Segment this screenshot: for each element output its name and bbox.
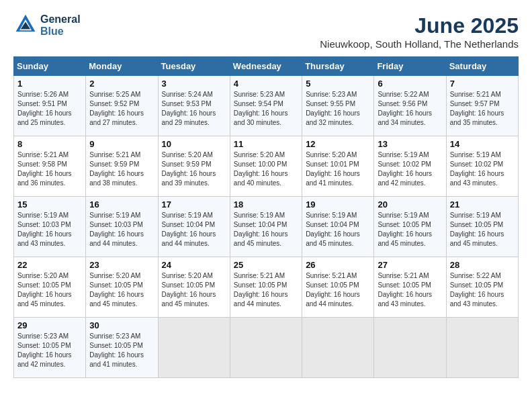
calendar-cell: 3 Sunrise: 5:24 AM Sunset: 9:53 PM Dayli… [158,76,230,136]
sunset: Sunset: 9:56 PM [378,99,442,109]
daylight: Daylight: 16 hours and 44 minutes. [234,290,298,309]
sunrise: Sunrise: 5:19 AM [234,211,298,220]
cell-content: Sunrise: 5:21 AM Sunset: 9:59 PM Dayligh… [89,150,154,188]
calendar-cell: 20 Sunrise: 5:19 AM Sunset: 10:05 PM Day… [374,197,446,257]
weekday-header-monday: Monday [86,57,158,76]
day-number: 14 [450,139,515,149]
day-number: 18 [234,199,298,210]
calendar-cell: 28 Sunrise: 5:22 AM Sunset: 10:05 PM Day… [446,257,518,318]
daylight: Daylight: 16 hours and 45 minutes. [234,230,298,248]
sunset: Sunset: 10:01 PM [306,160,370,169]
cell-content: Sunrise: 5:20 AM Sunset: 9:59 PM Dayligh… [162,150,226,188]
day-number: 21 [450,199,515,210]
sunset: Sunset: 10:05 PM [17,281,82,290]
daylight: Daylight: 16 hours and 27 minutes. [89,109,154,128]
daylight: Daylight: 16 hours and 43 minutes. [450,169,515,188]
daylight: Daylight: 16 hours and 43 minutes. [378,290,442,309]
day-number: 13 [378,139,442,149]
sunrise: Sunrise: 5:21 AM [378,271,442,281]
daylight: Daylight: 16 hours and 35 minutes. [450,109,515,128]
sunrise: Sunrise: 5:21 AM [306,271,370,281]
day-number: 7 [450,79,515,89]
daylight: Daylight: 16 hours and 41 minutes. [306,169,370,188]
daylight: Daylight: 16 hours and 45 minutes. [450,230,515,248]
page-header: General Blue June 2025 Nieuwkoop, South … [13,13,519,50]
cell-content: Sunrise: 5:21 AM Sunset: 9:57 PM Dayligh… [450,90,515,128]
cell-content: Sunrise: 5:21 AM Sunset: 10:05 PM Daylig… [234,271,298,309]
calendar-cell: 18 Sunrise: 5:19 AM Sunset: 10:04 PM Day… [230,197,302,257]
weekday-header-row: SundayMondayTuesdayWednesdayThursdayFrid… [14,57,519,76]
cell-content: Sunrise: 5:19 AM Sunset: 10:03 PM Daylig… [17,211,82,248]
weekday-header-tuesday: Tuesday [158,57,230,76]
day-number: 26 [306,260,370,270]
calendar-cell: 1 Sunrise: 5:26 AM Sunset: 9:51 PM Dayli… [14,76,86,136]
sunrise: Sunrise: 5:21 AM [450,90,515,99]
daylight: Daylight: 16 hours and 43 minutes. [17,230,82,248]
sunset: Sunset: 10:02 PM [450,160,515,169]
sunrise: Sunrise: 5:23 AM [89,332,154,341]
calendar-week-row: 1 Sunrise: 5:26 AM Sunset: 9:51 PM Dayli… [14,76,519,136]
sunset: Sunset: 10:05 PM [378,220,442,230]
sunset: Sunset: 10:05 PM [234,281,298,290]
cell-content: Sunrise: 5:20 AM Sunset: 10:05 PM Daylig… [17,271,82,309]
day-number: 1 [17,79,82,89]
calendar-cell [374,318,446,378]
cell-content: Sunrise: 5:25 AM Sunset: 9:52 PM Dayligh… [89,90,154,128]
calendar-week-row: 8 Sunrise: 5:21 AM Sunset: 9:58 PM Dayli… [14,136,519,197]
daylight: Daylight: 16 hours and 45 minutes. [306,230,370,248]
sunset: Sunset: 10:00 PM [234,160,298,169]
daylight: Daylight: 16 hours and 43 minutes. [450,290,515,309]
sunrise: Sunrise: 5:20 AM [162,271,226,281]
cell-content: Sunrise: 5:19 AM Sunset: 10:03 PM Daylig… [89,211,154,248]
daylight: Daylight: 16 hours and 41 minutes. [89,351,154,369]
cell-content: Sunrise: 5:19 AM Sunset: 10:02 PM Daylig… [450,150,515,188]
day-number: 19 [306,199,370,210]
sunrise: Sunrise: 5:20 AM [162,150,226,160]
calendar-cell: 24 Sunrise: 5:20 AM Sunset: 10:05 PM Day… [158,257,230,318]
calendar-cell [158,318,230,378]
cell-content: Sunrise: 5:20 AM Sunset: 10:05 PM Daylig… [89,271,154,309]
daylight: Daylight: 16 hours and 39 minutes. [162,169,226,188]
cell-content: Sunrise: 5:19 AM Sunset: 10:04 PM Daylig… [306,211,370,248]
sunrise: Sunrise: 5:20 AM [306,150,370,160]
sunrise: Sunrise: 5:22 AM [378,90,442,99]
cell-content: Sunrise: 5:20 AM Sunset: 10:00 PM Daylig… [234,150,298,188]
calendar-cell: 22 Sunrise: 5:20 AM Sunset: 10:05 PM Day… [14,257,86,318]
cell-content: Sunrise: 5:19 AM Sunset: 10:05 PM Daylig… [378,211,442,248]
sunset: Sunset: 10:05 PM [17,341,82,351]
day-number: 11 [234,139,298,149]
cell-content: Sunrise: 5:23 AM Sunset: 9:54 PM Dayligh… [234,90,298,128]
day-number: 10 [162,139,226,149]
sunset: Sunset: 10:05 PM [162,281,226,290]
cell-content: Sunrise: 5:22 AM Sunset: 9:56 PM Dayligh… [378,90,442,128]
sunrise: Sunrise: 5:20 AM [17,271,82,281]
daylight: Daylight: 16 hours and 44 minutes. [89,230,154,248]
sunset: Sunset: 10:05 PM [450,220,515,230]
logo-text: General Blue [40,13,81,38]
day-number: 6 [378,79,442,89]
sunrise: Sunrise: 5:19 AM [17,211,82,220]
calendar-week-row: 29 Sunrise: 5:23 AM Sunset: 10:05 PM Day… [14,318,519,378]
sunset: Sunset: 10:05 PM [89,341,154,351]
cell-content: Sunrise: 5:21 AM Sunset: 10:05 PM Daylig… [378,271,442,309]
sunrise: Sunrise: 5:20 AM [234,150,298,160]
calendar-table: SundayMondayTuesdayWednesdayThursdayFrid… [13,56,519,378]
sunset: Sunset: 9:59 PM [162,160,226,169]
sunrise: Sunrise: 5:20 AM [89,271,154,281]
calendar-cell: 16 Sunrise: 5:19 AM Sunset: 10:03 PM Day… [86,197,158,257]
weekday-header-sunday: Sunday [14,57,86,76]
calendar-cell: 11 Sunrise: 5:20 AM Sunset: 10:00 PM Day… [230,136,302,197]
sunrise: Sunrise: 5:19 AM [378,211,442,220]
day-number: 12 [306,139,370,149]
cell-content: Sunrise: 5:19 AM Sunset: 10:02 PM Daylig… [378,150,442,188]
calendar-cell [230,318,302,378]
cell-content: Sunrise: 5:19 AM Sunset: 10:04 PM Daylig… [234,211,298,248]
cell-content: Sunrise: 5:22 AM Sunset: 10:05 PM Daylig… [450,271,515,309]
sunrise: Sunrise: 5:23 AM [17,332,82,341]
weekday-header-wednesday: Wednesday [230,57,302,76]
day-number: 4 [234,79,298,89]
sunrise: Sunrise: 5:19 AM [450,150,515,160]
day-number: 27 [378,260,442,270]
calendar-cell: 2 Sunrise: 5:25 AM Sunset: 9:52 PM Dayli… [86,76,158,136]
daylight: Daylight: 16 hours and 45 minutes. [162,290,226,309]
